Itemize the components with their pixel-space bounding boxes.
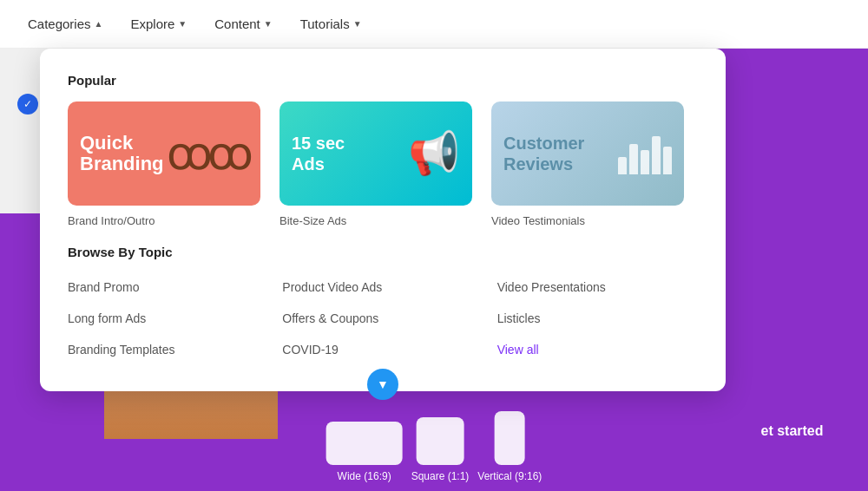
bars-chart-icon [618, 133, 672, 174]
check-circle: ✓ [17, 94, 38, 115]
topic-branding-templates[interactable]: Branding Templates [68, 336, 268, 363]
nav-item-explore[interactable]: Explore ▼ [120, 10, 197, 38]
topic-brand-promo[interactable]: Brand Promo [68, 273, 268, 301]
bar2 [629, 144, 638, 174]
nav-label-explore: Explore [130, 16, 174, 31]
vertical-label: Vertical (9:16) [477, 470, 542, 482]
nav-label-categories: Categories [28, 16, 91, 31]
megaphone-icon: 📢 [408, 129, 460, 178]
card-bitsize-label: Bite-Size Ads [279, 214, 472, 227]
card-branding-image: Quick Branding ꚙꚙ [68, 101, 260, 206]
card-branding[interactable]: Quick Branding ꚙꚙ Brand Intro/Outro [68, 101, 260, 227]
popular-section-title: Popular [68, 73, 698, 88]
get-started-area: et started [716, 49, 868, 491]
pretzel-icon: ꚙꚙ [167, 128, 248, 180]
topic-grid: Brand Promo Product Video Ads Video Pres… [68, 273, 698, 363]
topic-long-form-ads[interactable]: Long form Ads [68, 304, 268, 332]
browse-section: Browse By Topic Brand Promo Product Vide… [68, 245, 698, 363]
nav-item-content[interactable]: Content ▼ [204, 10, 282, 38]
scroll-down-button[interactable]: ▼ [367, 369, 398, 400]
card-bitsize-image: 15 sec Ads 📢 [279, 101, 472, 206]
nav-item-categories[interactable]: Categories ▲ [17, 10, 113, 38]
card-reviews-text: Customer Reviews [503, 133, 584, 174]
topic-view-all[interactable]: View all [497, 336, 698, 363]
topic-video-presentations[interactable]: Video Presentations [497, 273, 698, 301]
card-branding-label: Brand Intro/Outro [68, 214, 260, 227]
topic-covid[interactable]: COVID-19 [282, 336, 483, 363]
nav-label-content: Content [214, 16, 260, 31]
vertical-button-inner [495, 411, 525, 465]
card-reviews[interactable]: Customer Reviews Video Testimonials [491, 101, 684, 227]
chevron-up-icon: ▲ [95, 19, 103, 29]
get-started-label: et started [760, 423, 823, 439]
card-branding-text: Quick Branding [80, 133, 164, 174]
card-branding-bg: Quick Branding ꚙꚙ [68, 101, 260, 206]
navbar: Categories ▲ Explore ▼ Content ▼ Tutoria… [0, 0, 868, 49]
format-buttons: Wide (16:9) Square (1:1) Vertical (9:16) [326, 411, 542, 482]
card-reviews-image: Customer Reviews [491, 101, 684, 206]
cards-row: Quick Branding ꚙꚙ Brand Intro/Outro 15 s… [68, 101, 698, 227]
card-bitsize-text: 15 sec Ads [292, 133, 345, 174]
chevron-down-icon-explore: ▼ [178, 19, 187, 29]
format-wide[interactable]: Wide (16:9) [326, 422, 403, 482]
browse-section-title: Browse By Topic [68, 245, 698, 259]
nav-item-tutorials[interactable]: Tutorials ▼ [290, 10, 372, 38]
chevron-down-icon-content: ▼ [264, 19, 273, 29]
categories-dropdown: Popular Quick Branding ꚙꚙ Brand Intro/Ou… [40, 49, 726, 391]
square-button-inner [416, 417, 464, 465]
square-label: Square (1:1) [411, 470, 470, 482]
wide-button-inner [326, 422, 403, 465]
bar3 [641, 150, 649, 174]
topic-product-video[interactable]: Product Video Ads [282, 273, 483, 301]
card-reviews-label: Video Testimonials [491, 214, 684, 227]
format-vertical[interactable]: Vertical (9:16) [477, 411, 542, 482]
topic-listicles[interactable]: Listicles [497, 304, 698, 332]
card-bitsize-bg: 15 sec Ads 📢 [279, 101, 472, 206]
wide-label: Wide (16:9) [338, 470, 391, 482]
nav-label-tutorials: Tutorials [300, 16, 350, 31]
topic-offers-coupons[interactable]: Offers & Coupons [282, 304, 483, 332]
chevron-down-icon-tutorials: ▼ [353, 19, 362, 29]
card-bitsize[interactable]: 15 sec Ads 📢 Bite-Size Ads [279, 101, 472, 227]
bar4 [652, 136, 661, 174]
format-square[interactable]: Square (1:1) [411, 417, 470, 482]
bar5 [663, 147, 672, 174]
card-reviews-bg: Customer Reviews [491, 101, 684, 206]
bar1 [618, 157, 627, 174]
scroll-down-icon: ▼ [377, 377, 389, 391]
